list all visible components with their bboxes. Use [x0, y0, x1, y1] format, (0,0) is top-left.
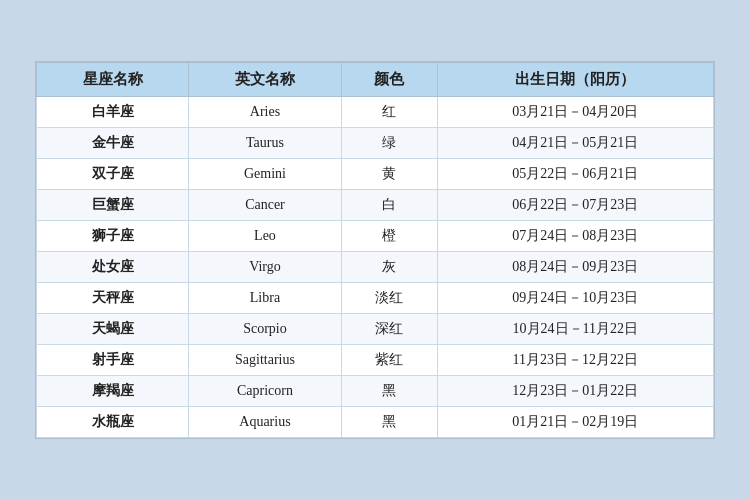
cell-color: 红 [341, 97, 437, 128]
table-row: 天秤座Libra淡红09月24日－10月23日 [37, 283, 714, 314]
cell-chinese-name: 天秤座 [37, 283, 189, 314]
cell-english-name: Scorpio [189, 314, 341, 345]
table-row: 摩羯座Capricorn黑12月23日－01月22日 [37, 376, 714, 407]
table-row: 天蝎座Scorpio深红10月24日－11月22日 [37, 314, 714, 345]
cell-color: 白 [341, 190, 437, 221]
cell-date: 05月22日－06月21日 [437, 159, 713, 190]
zodiac-table: 星座名称 英文名称 颜色 出生日期（阳历） 白羊座Aries红03月21日－04… [36, 62, 714, 438]
cell-date: 08月24日－09月23日 [437, 252, 713, 283]
cell-chinese-name: 巨蟹座 [37, 190, 189, 221]
cell-english-name: Aries [189, 97, 341, 128]
table-row: 射手座Sagittarius紫红11月23日－12月22日 [37, 345, 714, 376]
cell-chinese-name: 白羊座 [37, 97, 189, 128]
zodiac-table-wrapper: 星座名称 英文名称 颜色 出生日期（阳历） 白羊座Aries红03月21日－04… [35, 61, 715, 439]
cell-color: 黄 [341, 159, 437, 190]
cell-english-name: Capricorn [189, 376, 341, 407]
header-date: 出生日期（阳历） [437, 63, 713, 97]
cell-date: 04月21日－05月21日 [437, 128, 713, 159]
table-row: 水瓶座Aquarius黑01月21日－02月19日 [37, 407, 714, 438]
cell-english-name: Libra [189, 283, 341, 314]
table-body: 白羊座Aries红03月21日－04月20日金牛座Taurus绿04月21日－0… [37, 97, 714, 438]
cell-date: 11月23日－12月22日 [437, 345, 713, 376]
cell-color: 绿 [341, 128, 437, 159]
cell-english-name: Leo [189, 221, 341, 252]
cell-color: 深红 [341, 314, 437, 345]
cell-english-name: Taurus [189, 128, 341, 159]
table-row: 双子座Gemini黄05月22日－06月21日 [37, 159, 714, 190]
header-english-name: 英文名称 [189, 63, 341, 97]
cell-color: 橙 [341, 221, 437, 252]
cell-chinese-name: 天蝎座 [37, 314, 189, 345]
cell-english-name: Cancer [189, 190, 341, 221]
cell-english-name: Sagittarius [189, 345, 341, 376]
cell-chinese-name: 处女座 [37, 252, 189, 283]
cell-english-name: Aquarius [189, 407, 341, 438]
cell-chinese-name: 射手座 [37, 345, 189, 376]
cell-date: 09月24日－10月23日 [437, 283, 713, 314]
table-row: 金牛座Taurus绿04月21日－05月21日 [37, 128, 714, 159]
cell-date: 06月22日－07月23日 [437, 190, 713, 221]
cell-english-name: Gemini [189, 159, 341, 190]
cell-date: 03月21日－04月20日 [437, 97, 713, 128]
cell-chinese-name: 金牛座 [37, 128, 189, 159]
table-row: 巨蟹座Cancer白06月22日－07月23日 [37, 190, 714, 221]
cell-color: 淡红 [341, 283, 437, 314]
cell-color: 黑 [341, 407, 437, 438]
cell-date: 07月24日－08月23日 [437, 221, 713, 252]
table-row: 狮子座Leo橙07月24日－08月23日 [37, 221, 714, 252]
table-row: 处女座Virgo灰08月24日－09月23日 [37, 252, 714, 283]
cell-english-name: Virgo [189, 252, 341, 283]
cell-chinese-name: 双子座 [37, 159, 189, 190]
cell-chinese-name: 摩羯座 [37, 376, 189, 407]
cell-color: 紫红 [341, 345, 437, 376]
cell-chinese-name: 狮子座 [37, 221, 189, 252]
cell-chinese-name: 水瓶座 [37, 407, 189, 438]
header-color: 颜色 [341, 63, 437, 97]
header-chinese-name: 星座名称 [37, 63, 189, 97]
table-row: 白羊座Aries红03月21日－04月20日 [37, 97, 714, 128]
table-header-row: 星座名称 英文名称 颜色 出生日期（阳历） [37, 63, 714, 97]
cell-date: 01月21日－02月19日 [437, 407, 713, 438]
cell-date: 12月23日－01月22日 [437, 376, 713, 407]
cell-color: 黑 [341, 376, 437, 407]
cell-color: 灰 [341, 252, 437, 283]
cell-date: 10月24日－11月22日 [437, 314, 713, 345]
